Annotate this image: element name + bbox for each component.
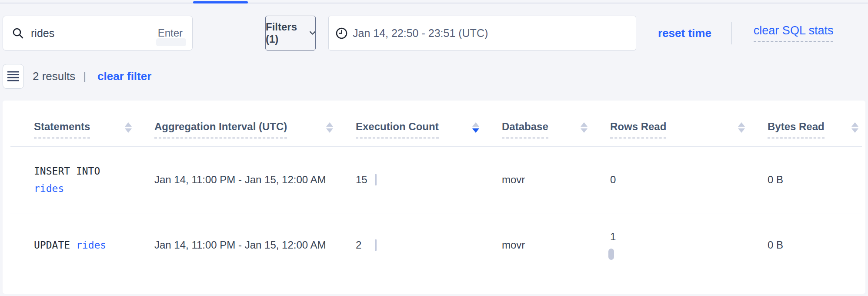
sort-arrows-icon[interactable]: [581, 122, 588, 133]
bytes-read-cell: 0 B: [768, 147, 862, 213]
column-selector-button[interactable]: [3, 64, 24, 89]
execution-count-cell: 2: [356, 213, 502, 277]
sort-arrows-icon[interactable]: [326, 122, 333, 133]
time-range-picker[interactable]: Jan 14, 22:50 - 23:51 (UTC): [328, 16, 636, 50]
column-header-statements[interactable]: Statements: [10, 101, 154, 147]
sort-arrows-icon[interactable]: [851, 122, 858, 133]
tab-bar: [0, 0, 868, 3]
enter-key-hint: Enter: [158, 27, 183, 39]
list-columns-icon: [7, 71, 19, 81]
statement-cell: INSERT INTO rides: [10, 147, 154, 213]
clear-filter-link[interactable]: clear filter: [97, 70, 151, 83]
sort-arrows-icon[interactable]: [738, 122, 745, 133]
reset-time-link[interactable]: reset time: [658, 27, 711, 40]
sql-activity-page: Enter Filters (1) Jan 14, 22:50 - 23:51 …: [0, 0, 868, 296]
column-header-bytes-read[interactable]: Bytes Read: [768, 101, 862, 147]
bytes-read-cell: 0 B: [768, 213, 862, 277]
statement-text: INSERT INTO: [34, 165, 100, 177]
statements-table: Statements Aggregation Interval (UTC) Ex…: [10, 101, 862, 277]
rows-read-bar: [608, 249, 614, 260]
execution-count-value: 15: [356, 174, 375, 186]
execution-count-bar: [375, 239, 377, 251]
clear-sql-stats-link[interactable]: clear SQL stats: [754, 24, 834, 42]
rows-read-cell: 0: [610, 147, 768, 213]
statement-link[interactable]: rides: [76, 239, 106, 251]
statements-table-card: Statements Aggregation Interval (UTC) Ex…: [3, 101, 865, 294]
aggregation-interval-cell: Jan 14, 11:00 PM - Jan 15, 12:00 AM: [154, 213, 356, 277]
toolbar: Enter Filters (1) Jan 14, 22:50 - 23:51 …: [0, 16, 868, 50]
sort-arrows-icon-active-desc[interactable]: [472, 122, 479, 133]
statement-link[interactable]: rides: [34, 183, 64, 194]
execution-count-bar: [375, 174, 377, 185]
column-header-execution-count[interactable]: Execution Count: [356, 101, 502, 147]
chevron-down-icon: [310, 31, 315, 35]
rows-read-value: 0: [610, 174, 616, 186]
statement-cell: UPDATE rides: [10, 213, 154, 277]
filters-button-label: Filters (1): [266, 21, 305, 45]
active-tab-indicator: [193, 1, 248, 3]
rows-read-cell: 1: [610, 213, 768, 277]
search-box[interactable]: Enter: [3, 16, 193, 50]
search-icon: [12, 27, 24, 39]
clock-icon: [336, 27, 347, 39]
toolbar-divider: [731, 22, 732, 44]
results-count: 2 results: [33, 70, 75, 83]
column-header-rows-read[interactable]: Rows Read: [610, 101, 768, 147]
execution-count-cell: 15: [356, 147, 502, 213]
rows-read-value: 1: [610, 231, 616, 243]
sort-arrows-icon[interactable]: [125, 122, 132, 133]
table-row: INSERT INTO rides Jan 14, 11:00 PM - Jan…: [10, 147, 862, 213]
database-cell: movr: [502, 213, 610, 277]
table-header-row: Statements Aggregation Interval (UTC) Ex…: [10, 101, 862, 147]
column-header-aggregation-interval[interactable]: Aggregation Interval (UTC): [154, 101, 356, 147]
execution-count-value: 2: [356, 239, 375, 251]
filters-button[interactable]: Filters (1): [265, 16, 316, 50]
results-separator: |: [83, 70, 86, 83]
search-input[interactable]: [31, 27, 151, 40]
table-row: UPDATE rides Jan 14, 11:00 PM - Jan 15, …: [10, 213, 862, 277]
results-bar: 2 results | clear filter: [0, 64, 868, 89]
aggregation-interval-cell: Jan 14, 11:00 PM - Jan 15, 12:00 AM: [154, 147, 356, 213]
column-header-database[interactable]: Database: [502, 101, 610, 147]
statement-text: UPDATE: [34, 239, 70, 251]
time-range-label: Jan 14, 22:50 - 23:51 (UTC): [353, 27, 488, 40]
database-cell: movr: [502, 147, 610, 213]
